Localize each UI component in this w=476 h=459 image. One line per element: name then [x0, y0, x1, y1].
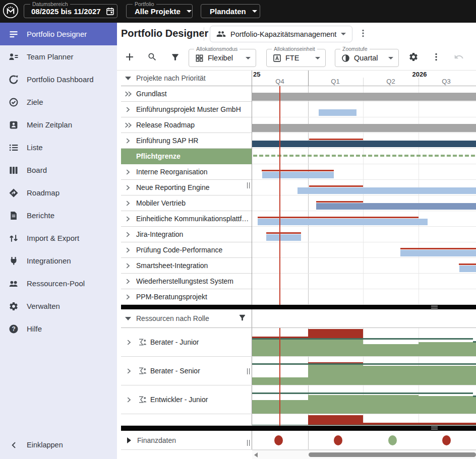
group-icon [8, 278, 19, 289]
expand-section-icon[interactable] [127, 437, 131, 443]
allocation-unit-select[interactable]: Allokationseinheit FTE [266, 49, 326, 67]
header-more-menu[interactable] [358, 29, 368, 40]
resource-list: Berater - JuniorBerater - SeniorEntwickl… [121, 328, 252, 426]
gantt-bar[interactable] [258, 219, 428, 225]
project-row[interactable]: Einführung SAP HR [121, 133, 252, 149]
scenario-select[interactable]: Portfolio-Kapazitätsmanagement [210, 26, 352, 42]
expand-project-icon[interactable] [124, 246, 133, 254]
plan-of-record-line [459, 264, 476, 265]
panel-resize-handle[interactable] [247, 182, 250, 188]
project-row[interactable]: Release Roadmap [121, 117, 252, 133]
quarter-boundary-tick [363, 78, 364, 86]
toolbar-more-menu[interactable] [430, 52, 442, 64]
project-row[interactable]: Prüfung Code-Performance [121, 242, 252, 258]
sidebar-item-team-planner[interactable]: Team Planner [0, 45, 117, 68]
gantt-bar[interactable] [252, 141, 476, 147]
add-project-button[interactable] [124, 52, 136, 64]
resource-row[interactable] [121, 414, 252, 426]
expand-project-icon[interactable] [124, 215, 133, 223]
collapse-section-icon[interactable] [125, 77, 131, 80]
expand-project-icon[interactable] [124, 261, 133, 270]
gantt-bar[interactable] [319, 109, 356, 116]
expand-project-icon[interactable] [124, 293, 133, 301]
portfolio-select[interactable]: Portfolio Alle Projekte [126, 4, 193, 18]
gantt-bar[interactable] [252, 124, 476, 132]
collapse-section-icon[interactable] [125, 317, 131, 320]
sidebar-item-integrationen[interactable]: Integrationen [0, 249, 117, 272]
sidebar-item-board[interactable]: Board [0, 159, 117, 181]
sidebar-item-hilfe[interactable]: ?Hilfe [0, 317, 117, 340]
expand-resource-icon[interactable] [125, 367, 134, 375]
expand-project-icon[interactable] [124, 137, 133, 145]
sidebar-item-berichte[interactable]: Berichte [0, 204, 117, 227]
plandaten-select[interactable]: Plandaten [201, 4, 260, 18]
import-export-icon [8, 233, 19, 244]
allocation-block [363, 366, 419, 385]
sidebar-item-liste[interactable]: Liste [0, 136, 117, 159]
horizontal-scrollbar[interactable] [252, 450, 476, 459]
portfolio-value: Alle Projekte [127, 7, 181, 16]
expand-project-icon[interactable] [124, 105, 133, 113]
allocation-mode-select[interactable]: Allokationsmodus Flexibel [189, 49, 256, 67]
search-button[interactable] [146, 52, 158, 64]
gantt-bar[interactable] [252, 93, 476, 101]
zoom-level-select[interactable]: Zoomstufe Quartal [335, 49, 399, 67]
project-row[interactable]: Neue Reporting Engine [121, 180, 252, 195]
gantt-bar[interactable] [262, 172, 334, 178]
expand-project-icon[interactable] [124, 277, 133, 285]
resource-filter-button[interactable] [238, 313, 248, 323]
sidebar-item-verwalten[interactable]: Verwalten [0, 295, 117, 317]
resource-row[interactable]: Berater - Junior [121, 328, 252, 357]
scrollbar-thumb[interactable] [309, 452, 476, 457]
panel-resize-handle[interactable] [247, 440, 250, 446]
undo-button[interactable] [453, 52, 465, 64]
sidebar-item-ressourcen-pool[interactable]: Ressourcen-Pool [0, 272, 117, 295]
expand-project-icon[interactable] [124, 168, 133, 176]
section-splitter[interactable] [121, 305, 476, 309]
gantt-bar[interactable] [298, 187, 476, 194]
gantt-bar[interactable] [400, 250, 476, 256]
expand-project-icon[interactable] [124, 183, 133, 191]
app: Datumsbereich 08/2025 bis 11/2027 Portfo… [0, 0, 476, 459]
mandatory-line-row[interactable]: Pflichtgrenze [121, 149, 252, 164]
expand-project-icon[interactable] [124, 230, 133, 238]
expand-resource-icon[interactable] [125, 396, 134, 404]
filter-button[interactable] [169, 52, 181, 64]
project-row[interactable]: Grundlast [121, 86, 252, 102]
date-range-picker[interactable]: Datumsbereich 08/2025 bis 11/2027 [24, 4, 117, 18]
project-row[interactable]: Interne Reorganisation [121, 164, 252, 180]
unfold-project-icon[interactable] [124, 121, 133, 129]
sidebar-item-portfolio-dashboard[interactable]: Portfolio Dashboard [0, 68, 117, 91]
sidebar-item-ziele[interactable]: Ziele [0, 91, 117, 113]
sidebar-collapse-button[interactable]: Einklappen [0, 437, 117, 453]
project-row[interactable]: Jira-Integration [121, 227, 252, 242]
resource-row[interactable]: Entwickler - Junior [121, 385, 252, 414]
project-row[interactable]: Einführungsprojekt Muster GmbH [121, 102, 252, 117]
splitter-handle-icon[interactable] [431, 306, 438, 308]
expand-project-icon[interactable] [124, 199, 133, 207]
sidebar-item-import-export[interactable]: Import & Export [0, 227, 117, 249]
splitter-handle-icon[interactable] [431, 427, 438, 429]
settings-button[interactable] [407, 52, 420, 64]
scroll-left-arrow-icon[interactable] [254, 452, 258, 457]
expand-resource-icon[interactable] [125, 338, 134, 346]
project-row[interactable]: Smartsheet-Integration [121, 258, 252, 274]
project-row[interactable]: Wiederherstellungstest System [121, 274, 252, 289]
project-row[interactable]: Einheitliche Kommunikationsplattfo… [121, 211, 252, 227]
panel-resize-handle[interactable] [247, 368, 250, 374]
project-name: Wiederherstellungstest System [136, 277, 252, 285]
sidebar-item-mein-zeitplan[interactable]: Mein Zeitplan [0, 113, 117, 136]
project-row[interactable]: Mobiler Vertrieb [121, 195, 252, 211]
gantt-bar[interactable] [316, 203, 476, 210]
gantt-bar[interactable] [459, 266, 476, 272]
gantt-bar[interactable] [266, 234, 301, 241]
financials-section-header[interactable]: Finanzdaten [121, 431, 252, 450]
project-row[interactable]: PPM-Beratungsprojekt [121, 289, 252, 305]
section-splitter[interactable] [121, 426, 476, 431]
resources-section-header[interactable]: Ressourcen nach Rolle [121, 309, 476, 328]
unfold-project-icon[interactable] [124, 90, 133, 98]
sidebar-item-portfolio-designer[interactable]: Portfolio Designer [0, 23, 117, 45]
sidebar-item-roadmap[interactable]: Roadmap [0, 181, 117, 204]
resource-row[interactable]: Berater - Senior [121, 357, 252, 385]
projects-section-header[interactable]: Projekte nach Priorität [121, 71, 252, 86]
